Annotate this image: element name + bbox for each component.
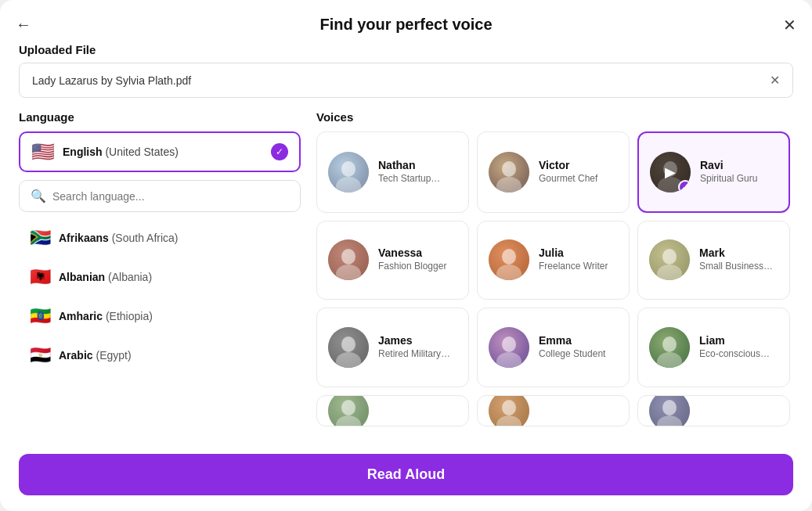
- voice-avatar-emma: [489, 327, 529, 368]
- file-name: Lady Lazarus by Sylvia Plath.pdf: [32, 74, 770, 87]
- voice-avatar-liam: [649, 327, 690, 368]
- voice-card-partial2[interactable]: [477, 395, 630, 426]
- file-input-box: Lady Lazarus by Sylvia Plath.pdf ✕: [19, 63, 793, 98]
- voice-role-liam: Eco-conscious…: [699, 348, 770, 361]
- selected-lang-text: English (United States): [63, 146, 263, 158]
- voice-role-james: Retired Military…: [378, 348, 450, 361]
- svg-point-38: [341, 400, 355, 416]
- voice-card-emma[interactable]: Emma College Student: [477, 308, 630, 387]
- lang-name: Amharic (Ethiopia): [59, 310, 153, 322]
- voice-card-victor[interactable]: Victor Gourmet Chef: [477, 131, 630, 213]
- voice-name-emma: Emma: [539, 334, 605, 347]
- voice-name-victor: Victor: [539, 159, 597, 171]
- selected-flag: 🇺🇸: [31, 141, 55, 163]
- voice-avatar-julia: [489, 239, 529, 280]
- language-item-arabic[interactable]: 🇪🇬Arabic (Egypt): [19, 337, 301, 373]
- voice-avatar-nathan: [328, 152, 369, 193]
- voice-name-james: James: [378, 334, 450, 347]
- file-section: Uploaded File Lady Lazarus by Sylvia Pla…: [19, 43, 793, 98]
- voice-info-james: James Retired Military…: [378, 334, 450, 361]
- voice-avatar-ravi: ▶ ✓: [650, 152, 691, 193]
- close-button[interactable]: ✕: [783, 16, 796, 34]
- voice-card-partial3[interactable]: [637, 395, 790, 426]
- language-list: 🇿🇦Afrikaans (South Africa)🇦🇱Albanian (Al…: [19, 220, 301, 444]
- voice-avatar-partial1: [328, 395, 369, 426]
- voice-card-mark[interactable]: Mark Small Business…: [637, 221, 790, 300]
- voice-name-nathan: Nathan: [378, 159, 440, 171]
- file-label: Uploaded File: [19, 43, 793, 56]
- lang-name: Afrikaans (South Africa): [59, 232, 179, 244]
- svg-point-2: [341, 161, 355, 177]
- voice-name-mark: Mark: [699, 247, 773, 259]
- back-button[interactable]: ←: [16, 16, 31, 34]
- modal-body: Uploaded File Lady Lazarus by Sylvia Pla…: [0, 43, 812, 444]
- svg-point-6: [502, 161, 516, 177]
- language-item-afrikaans[interactable]: 🇿🇦Afrikaans (South Africa): [19, 220, 301, 256]
- modal-header: ← Find your perfect voice ✕: [0, 0, 812, 43]
- voice-info-nathan: Nathan Tech Startup…: [378, 159, 440, 185]
- voice-name-vanessa: Vanessa: [378, 247, 446, 259]
- modal-title: Find your perfect voice: [319, 16, 492, 34]
- voice-avatar-partial3: [649, 395, 690, 426]
- voice-card-nathan[interactable]: Nathan Tech Startup…: [316, 131, 469, 213]
- modal: ← Find your perfect voice ✕ Uploaded Fil…: [0, 0, 812, 511]
- voices-label: Voices: [316, 110, 793, 124]
- svg-point-34: [662, 336, 677, 352]
- svg-point-22: [662, 249, 677, 264]
- voice-info-emma: Emma College Student: [539, 334, 605, 361]
- search-icon: 🔍: [31, 189, 46, 203]
- voice-role-julia: Freelance Writer: [539, 261, 608, 273]
- voice-info-mark: Mark Small Business…: [699, 247, 773, 273]
- svg-point-46: [662, 400, 677, 416]
- flag-icon: 🇦🇱: [30, 267, 51, 287]
- read-aloud-button[interactable]: Read Aloud: [19, 454, 793, 495]
- voice-avatar-victor: [489, 152, 529, 193]
- voice-avatar-vanessa: [328, 239, 369, 280]
- lang-name: Albanian (Albania): [59, 271, 152, 283]
- voice-role-emma: College Student: [539, 348, 605, 361]
- svg-point-18: [502, 249, 516, 264]
- language-item-albanian[interactable]: 🇦🇱Albanian (Albania): [19, 259, 301, 295]
- voice-name-liam: Liam: [699, 334, 770, 347]
- bottom-bar: Read Aloud: [0, 444, 812, 511]
- svg-point-14: [341, 249, 355, 264]
- language-label: Language: [19, 110, 301, 124]
- voice-info-julia: Julia Freelance Writer: [539, 247, 608, 273]
- voice-card-james[interactable]: James Retired Military…: [316, 308, 469, 387]
- voice-card-julia[interactable]: Julia Freelance Writer: [477, 221, 630, 300]
- voice-info-victor: Victor Gourmet Chef: [539, 159, 597, 185]
- voice-card-ravi[interactable]: ▶ ✓ Ravi Spiritual Guru: [637, 131, 790, 213]
- voice-info-liam: Liam Eco-conscious…: [699, 334, 770, 361]
- flag-icon: 🇪🇹: [30, 306, 51, 326]
- voices-grid: Nathan Tech Startup… Victor Gourmet Chef: [316, 131, 793, 444]
- flag-icon: 🇪🇬: [30, 345, 51, 365]
- language-item-amharic[interactable]: 🇪🇹Amharic (Ethiopia): [19, 298, 301, 334]
- svg-point-30: [502, 336, 516, 352]
- voice-avatar-james: [328, 327, 369, 368]
- voice-name-julia: Julia: [539, 247, 608, 259]
- language-panel: Language 🇺🇸 English (United States) ✓ 🔍 …: [19, 110, 301, 444]
- file-clear-button[interactable]: ✕: [770, 73, 780, 88]
- content-area: Language 🇺🇸 English (United States) ✓ 🔍 …: [19, 110, 793, 444]
- svg-point-42: [502, 400, 516, 416]
- voice-info-ravi: Ravi Spiritual Guru: [700, 159, 757, 185]
- voices-panel: Voices Nathan Tech Startup…: [316, 110, 793, 444]
- voice-role-vanessa: Fashion Blogger: [378, 261, 446, 273]
- voice-card-vanessa[interactable]: Vanessa Fashion Blogger: [316, 221, 469, 300]
- voice-card-partial1[interactable]: [316, 395, 469, 426]
- voice-name-ravi: Ravi: [700, 159, 757, 171]
- voice-card-liam[interactable]: Liam Eco-conscious…: [637, 308, 790, 387]
- voice-avatar-mark: [649, 239, 690, 280]
- language-search-input[interactable]: [52, 190, 289, 203]
- selected-language-item[interactable]: 🇺🇸 English (United States) ✓: [19, 131, 301, 172]
- voice-role-ravi: Spiritual Guru: [700, 173, 757, 185]
- language-search-box: 🔍: [19, 180, 301, 212]
- voice-info-vanessa: Vanessa Fashion Blogger: [378, 247, 446, 273]
- voice-role-nathan: Tech Startup…: [378, 173, 440, 185]
- flag-icon: 🇿🇦: [30, 228, 51, 248]
- selected-check: ✓: [678, 180, 691, 193]
- selected-check-icon: ✓: [271, 143, 288, 160]
- svg-point-26: [341, 336, 355, 352]
- lang-name: Arabic (Egypt): [59, 349, 132, 362]
- voice-role-victor: Gourmet Chef: [539, 173, 597, 185]
